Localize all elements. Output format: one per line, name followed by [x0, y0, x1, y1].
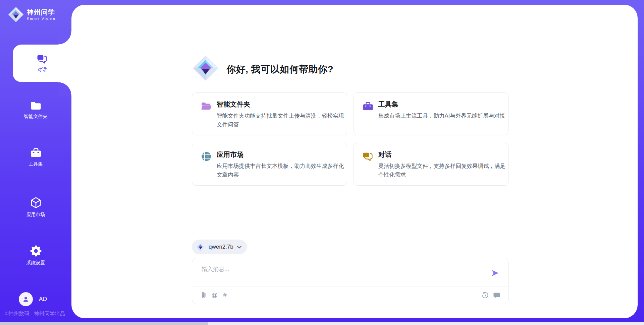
card-description: 应用市场提供丰富长文本模板，助力高效生成多样化文章内容 [217, 162, 345, 179]
card-title: 对话 [378, 150, 392, 159]
toolbox-icon [30, 147, 42, 158]
cube-icon [31, 197, 41, 208]
composer-tools-right [482, 286, 500, 304]
history-icon[interactable] [482, 292, 489, 299]
quick-phrase-icon[interactable] [493, 292, 500, 299]
chevron-down-icon [237, 246, 241, 249]
main-panel: 你好, 我可以如何帮助你? 智能文件夹 智能文件夹功能支持批量文件上传与清洗，轻… [71, 5, 638, 318]
brand-diamond-icon [8, 7, 24, 22]
person-icon [22, 296, 30, 303]
hero-diamond-icon [193, 55, 219, 81]
mention-icon[interactable]: @ [211, 291, 218, 299]
folder-icon [30, 101, 42, 110]
model-diamond-icon [196, 243, 205, 251]
sidebar-item-smart-folder[interactable]: 智能文件夹 [0, 101, 71, 120]
card-app-market[interactable]: 应用市场 应用市场提供丰富长文本模板，助力高效生成多样化文章内容 [192, 143, 347, 186]
sidebar: 神州问学 Smart Vision 对话 智能文件夹 工具集 [0, 0, 71, 325]
sidebar-item-label: 应用市场 [26, 212, 45, 218]
tab-curve-top [58, 31, 71, 45]
tab-curve-bottom [58, 82, 71, 95]
hashtag-icon[interactable]: # [223, 291, 227, 299]
card-chat[interactable]: 对话 灵活切换多模型文件，支持多样回复效果调试，满足个性化需求 [354, 143, 509, 186]
composer-tools-left: @ # [202, 286, 227, 304]
model-name: qwen2:7b [209, 244, 233, 250]
card-title: 智能文件夹 [217, 100, 250, 109]
folder-open-icon [201, 101, 212, 112]
message-composer: @ # [192, 258, 508, 304]
card-description: 灵活切换多模型文件，支持多样回复效果调试，满足个性化需求 [378, 162, 507, 179]
user-account[interactable]: AD [19, 292, 47, 306]
avatar [19, 292, 33, 306]
gear-icon [30, 245, 42, 257]
sidebar-item-settings[interactable]: 系统设置 [0, 245, 71, 266]
greeting-title: 你好, 我可以如何帮助你? [226, 63, 333, 76]
send-icon[interactable] [491, 269, 499, 277]
composer-divider [192, 286, 508, 286]
feature-cards: 智能文件夹 智能文件夹功能支持批量文件上传与清洗，轻松实现文件问答 工具集 集成… [192, 92, 508, 186]
card-smart-folder[interactable]: 智能文件夹 智能文件夹功能支持批量文件上传与清洗，轻松实现文件问答 [192, 92, 347, 135]
card-title: 工具集 [378, 100, 398, 109]
sidebar-item-label: 系统设置 [26, 260, 45, 266]
card-toolset[interactable]: 工具集 集成市场上主流工具，助力AI与外界无缝扩展与对接 [354, 92, 509, 135]
sidebar-item-label: 对话 [38, 67, 47, 73]
chat-bubbles-icon [37, 54, 48, 64]
user-name: AD [39, 296, 47, 303]
copyright-footer: ©神州数码 · 神州问学出品 [5, 310, 65, 317]
briefcase-icon [363, 101, 373, 112]
message-input[interactable] [202, 265, 470, 283]
brand-name-cn: 神州问学 [27, 8, 56, 16]
card-description: 集成市场上主流工具，助力AI与外界无缝扩展与对接 [378, 112, 507, 120]
sidebar-item-label: 工具集 [29, 161, 43, 167]
chat-bubbles-icon [363, 151, 373, 162]
bottom-edge-strip-right [208, 322, 644, 325]
sidebar-item-chat[interactable]: 对话 [13, 45, 71, 82]
app-grid-icon [201, 151, 212, 162]
sidebar-item-app-market[interactable]: 应用市场 [0, 197, 71, 218]
sidebar-item-toolset[interactable]: 工具集 [0, 147, 71, 167]
brand: 神州问学 Smart Vision [8, 7, 56, 22]
card-description: 智能文件夹功能支持批量文件上传与清洗，轻松实现文件问答 [217, 112, 345, 129]
sidebar-item-label: 智能文件夹 [24, 114, 48, 120]
brand-text: 神州问学 Smart Vision [27, 8, 56, 21]
bottom-edge-strip-left [0, 322, 208, 325]
attachment-icon[interactable] [202, 291, 206, 299]
brand-name-en: Smart Vision [27, 17, 56, 21]
card-title: 应用市场 [217, 150, 244, 159]
model-selector[interactable]: qwen2:7b [192, 240, 247, 254]
